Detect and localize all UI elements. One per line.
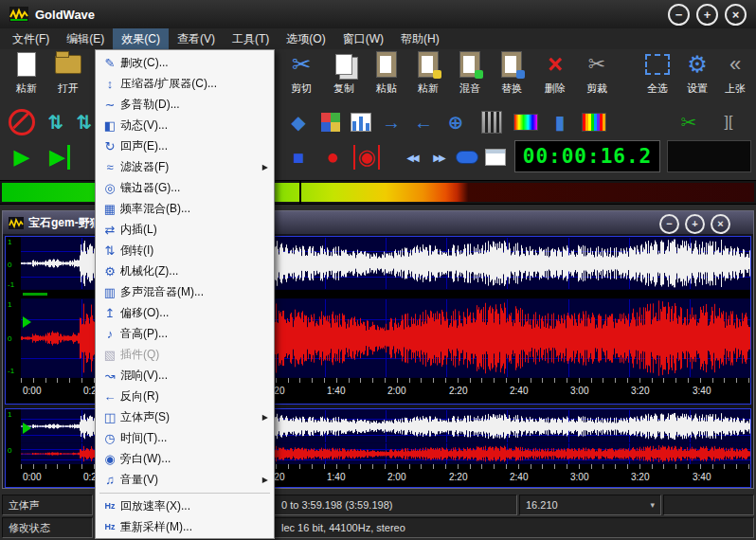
plugin-icon: ▧ (99, 348, 120, 362)
menu-edit[interactable]: 编辑(E) (58, 28, 113, 50)
replace-icon (501, 49, 522, 80)
statistics-button[interactable] (347, 108, 375, 136)
record-button[interactable]: ● (318, 140, 347, 174)
menu-item-playback-rate[interactable]: Hz回放速率(X)... (96, 495, 274, 516)
swap-channels-button[interactable]: ⇅ (42, 108, 70, 136)
menu-item-mechanize[interactable]: ⚙机械化(Z)... (96, 261, 274, 281)
time-label: 2:00 (387, 472, 405, 482)
menu-item-multichannel-mixer[interactable]: ▥多声混音器(M)... (96, 281, 274, 302)
go-back-button[interactable]: ← (409, 108, 438, 136)
time-label: 3:20 (631, 472, 649, 482)
speed-control[interactable] (453, 140, 481, 174)
menu-item-plugin[interactable]: ▧插件(Q) (96, 344, 274, 365)
sound-maximize-button[interactable]: + (685, 214, 705, 234)
mixer-button[interactable] (477, 108, 506, 136)
menu-item-invert[interactable]: ⇅倒转(I) (96, 240, 274, 261)
menu-tools[interactable]: 工具(T) (224, 28, 278, 50)
sound-close-button[interactable]: × (711, 214, 730, 234)
time-label: 3:20 (631, 386, 649, 396)
mix-button[interactable]: 混音 (449, 49, 491, 104)
menu-options[interactable]: 选项(O) (278, 28, 333, 50)
minimize-button[interactable]: − (668, 4, 690, 26)
disable-button[interactable] (8, 108, 36, 136)
stop-button[interactable]: ■ (284, 140, 313, 174)
menu-item-reverse[interactable]: ←反向(R) (96, 386, 274, 406)
paste-new2-button[interactable]: 粘新 (407, 49, 449, 104)
rainbow-gradient-icon (513, 114, 538, 131)
menu-item-resample[interactable]: Hz重新采样(M)... (96, 516, 274, 537)
fast-forward-button[interactable]: ▶▶ (424, 140, 453, 174)
menu-file[interactable]: 文件(F) (4, 28, 58, 50)
level-value-cell: 16.210 ▾ (519, 495, 661, 515)
menu-window[interactable]: 窗口(W) (334, 28, 392, 50)
trim-button[interactable]: ✂ 剪裁 (576, 49, 618, 104)
time-label: 2:00 (387, 386, 405, 396)
menu-item-filter[interactable]: ≈滤波器(F)▶ (96, 156, 274, 177)
menu-item-volume[interactable]: ♫音量(V)▶ (96, 469, 274, 490)
properties-window-button[interactable] (481, 140, 510, 174)
device-button[interactable]: ▮ (546, 108, 574, 136)
menu-item-pitch[interactable]: ♪音高(P)... (96, 323, 274, 344)
go-forward-button[interactable]: → (377, 108, 405, 136)
menu-item-compressor-expander[interactable]: ↕压缩器/扩展器(C)... (96, 73, 274, 94)
delete-button[interactable]: × 删除 (534, 49, 576, 104)
maximize-button[interactable]: + (696, 4, 718, 26)
menu-item-frequency-blend[interactable]: ▦频率混合(B)... (96, 198, 274, 219)
mechanize-icon: ⚙ (99, 264, 120, 279)
color-palette-button[interactable] (316, 108, 345, 136)
stop-icon: ■ (293, 147, 304, 169)
copy-icon (335, 49, 352, 80)
close-button[interactable]: × (725, 4, 747, 26)
rewind-button[interactable]: ◀◀ (398, 140, 426, 174)
effects-dropdown-menu: ✎删改(C)... ↕压缩器/扩展器(C)... ∼多普勒(D)... ◧动态(… (95, 49, 275, 539)
menu-item-interpolate[interactable]: ⇄内插(L) (96, 219, 274, 240)
time-label: 2:20 (449, 386, 467, 396)
menu-item-flanger[interactable]: ◎镶边器(G)... (96, 177, 274, 198)
menu-item-voice-over[interactable]: ◉旁白(W)... (96, 448, 274, 469)
scale-label: -1 (8, 281, 14, 289)
multichannel-mixer-icon: ▥ (99, 285, 120, 299)
spectrum-icon (582, 113, 606, 132)
open-button[interactable]: 打开 (47, 49, 89, 104)
gradient-view-button[interactable] (512, 108, 540, 136)
sound-window-icon (9, 217, 24, 229)
select-all-button[interactable]: 全选 (637, 49, 678, 104)
frequency-blend-icon: ▦ (99, 202, 120, 216)
playback-marker[interactable] (23, 316, 31, 328)
spinner-icon[interactable]: ▾ (650, 500, 655, 510)
menu-help[interactable]: 帮助(H) (392, 28, 448, 50)
menu-effects[interactable]: 效果(C) (113, 28, 169, 50)
resample-icon: Hz (99, 522, 120, 531)
play-button[interactable]: ▶ (8, 140, 36, 174)
record-selection-button[interactable]: ◉ (352, 140, 381, 174)
mix-icon (459, 49, 480, 80)
setup-button[interactable]: ⚙ 设置 (676, 49, 718, 104)
previous-sound-button[interactable]: « 上张 (714, 49, 756, 104)
bracket-tool-button[interactable]: ][ (714, 108, 743, 136)
menu-item-doppler[interactable]: ∼多普勒(D)... (96, 94, 274, 115)
play-selection-button[interactable]: ▶ (45, 140, 74, 174)
menu-item-censor[interactable]: ✎删改(C)... (96, 52, 274, 73)
cut-button[interactable]: ✂ 剪切 (280, 49, 322, 104)
trim-icon: ✂ (588, 49, 605, 80)
overview-playback-marker[interactable] (23, 423, 31, 434)
menu-item-time-warp[interactable]: ◷时间(T)... (96, 427, 274, 448)
paste-button[interactable]: 粘贴 (366, 49, 407, 104)
sound-minimize-button[interactable]: − (659, 214, 679, 234)
quick-trim-button[interactable]: ✂ (675, 108, 703, 136)
menu-item-reverb[interactable]: ↝混响(V)... (96, 365, 274, 386)
copy-button[interactable]: 复制 (323, 49, 365, 104)
time-label: 2:40 (510, 386, 528, 396)
menu-item-stereo[interactable]: ◫立体声(S)▶ (96, 406, 274, 427)
arrow-right-icon: → (382, 112, 401, 134)
submenu-arrow-icon: ▶ (262, 413, 268, 422)
menu-item-offset[interactable]: ↥偏移(O)... (96, 302, 274, 323)
menu-item-echo[interactable]: ↻回声(E)... (96, 135, 274, 156)
cue-point-button[interactable]: ◆ (284, 108, 313, 136)
paste-new-button[interactable]: 粘新 (6, 49, 47, 104)
menu-item-dynamics[interactable]: ◧动态(V)... (96, 115, 274, 135)
menu-view[interactable]: 查看(V) (169, 28, 224, 50)
spectrum-view-button[interactable] (580, 108, 608, 136)
navigate-button[interactable]: ⊕ (441, 108, 470, 136)
replace-button[interactable]: 替换 (491, 49, 532, 104)
